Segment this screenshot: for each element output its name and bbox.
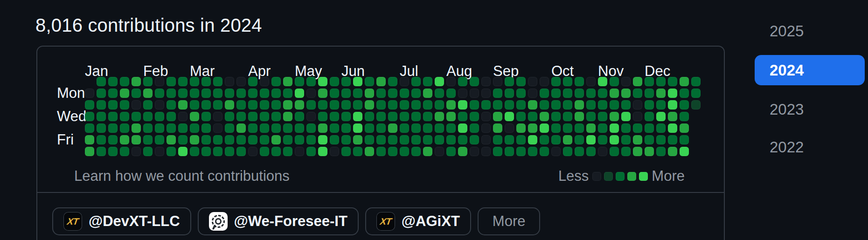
contribution-cell[interactable] <box>376 135 386 144</box>
contribution-cell[interactable] <box>493 135 502 144</box>
contribution-cell[interactable] <box>97 123 106 133</box>
contribution-cell[interactable] <box>563 100 572 110</box>
contribution-cell[interactable] <box>633 112 642 121</box>
org-filter-we-foresee-it[interactable]: @We-Foresee-IT <box>198 207 359 235</box>
contribution-cell[interactable] <box>120 100 129 110</box>
contribution-cell[interactable] <box>610 123 619 133</box>
contribution-cell[interactable] <box>155 123 164 133</box>
contribution-cell[interactable] <box>621 147 631 156</box>
contribution-cell[interactable] <box>621 123 631 133</box>
contribution-cell[interactable] <box>668 100 677 110</box>
contribution-cell[interactable] <box>493 123 502 133</box>
contribution-cell[interactable] <box>236 147 246 156</box>
contribution-cell[interactable] <box>132 135 141 144</box>
contribution-cell[interactable] <box>190 112 199 121</box>
contribution-cell[interactable] <box>411 100 421 110</box>
contribution-cell[interactable] <box>505 100 514 110</box>
contribution-cell[interactable] <box>306 147 316 156</box>
contribution-cell[interactable] <box>236 123 246 133</box>
contribution-cell[interactable] <box>330 89 339 98</box>
contribution-cell[interactable] <box>598 135 607 144</box>
contribution-cell[interactable] <box>178 100 187 110</box>
contribution-cell[interactable] <box>668 77 677 86</box>
contribution-cell[interactable] <box>353 100 362 110</box>
contribution-cell[interactable] <box>143 112 153 121</box>
contribution-cell[interactable] <box>680 123 689 133</box>
contribution-cell[interactable] <box>260 77 269 86</box>
contribution-cell[interactable] <box>353 147 362 156</box>
contribution-cell[interactable] <box>400 123 409 133</box>
contribution-cell[interactable] <box>388 77 397 86</box>
contribution-cell[interactable] <box>178 123 187 133</box>
contribution-cell[interactable] <box>435 77 444 86</box>
contribution-cell[interactable] <box>341 100 351 110</box>
contribution-cell[interactable] <box>598 77 607 86</box>
contribution-cell[interactable] <box>493 77 502 86</box>
contribution-cell[interactable] <box>330 147 339 156</box>
contribution-cell[interactable] <box>295 77 304 86</box>
contribution-cell[interactable] <box>97 77 106 86</box>
contribution-cell[interactable] <box>633 100 642 110</box>
contribution-cell[interactable] <box>598 89 607 98</box>
contribution-cell[interactable] <box>248 123 257 133</box>
year-nav-item-2024[interactable]: 2024 <box>755 55 865 85</box>
contribution-cell[interactable] <box>411 123 421 133</box>
contribution-cell[interactable] <box>353 112 362 121</box>
contribution-cell[interactable] <box>318 135 327 144</box>
contribution-cell[interactable] <box>481 147 491 156</box>
contribution-cell[interactable] <box>271 135 281 144</box>
contribution-cell[interactable] <box>505 123 514 133</box>
contribution-cell[interactable] <box>97 89 106 98</box>
contribution-cell[interactable] <box>540 100 549 110</box>
contribution-cell[interactable] <box>365 135 374 144</box>
contribution-cell[interactable] <box>656 112 666 121</box>
contribution-cell[interactable] <box>470 112 479 121</box>
contribution-cell[interactable] <box>108 135 118 144</box>
contribution-cell[interactable] <box>190 135 199 144</box>
contribution-cell[interactable] <box>225 147 234 156</box>
contribution-cell[interactable] <box>108 123 118 133</box>
contribution-cell[interactable] <box>283 112 292 121</box>
contribution-cell[interactable] <box>458 135 467 144</box>
contribution-cell[interactable] <box>586 89 596 98</box>
contribution-cell[interactable] <box>540 123 549 133</box>
contribution-cell[interactable] <box>248 89 257 98</box>
contribution-cell[interactable] <box>656 147 666 156</box>
contribution-cell[interactable] <box>178 77 187 86</box>
contribution-cell[interactable] <box>493 147 502 156</box>
contribution-cell[interactable] <box>143 123 153 133</box>
contribution-cell[interactable] <box>575 77 584 86</box>
contribution-cell[interactable] <box>201 77 211 86</box>
year-nav-item-2023[interactable]: 2023 <box>755 94 865 124</box>
contribution-cell[interactable] <box>376 100 386 110</box>
contribution-cell[interactable] <box>540 112 549 121</box>
contribution-cell[interactable] <box>330 123 339 133</box>
contribution-cell[interactable] <box>97 135 106 144</box>
contribution-cell[interactable] <box>528 77 537 86</box>
contribution-cell[interactable] <box>446 100 456 110</box>
contribution-cell[interactable] <box>167 123 176 133</box>
contribution-cell[interactable] <box>528 112 537 121</box>
contribution-cell[interactable] <box>481 100 491 110</box>
contribution-cell[interactable] <box>470 77 479 86</box>
contribution-cell[interactable] <box>505 135 514 144</box>
contribution-cell[interactable] <box>341 77 351 86</box>
contribution-cell[interactable] <box>435 123 444 133</box>
contribution-cell[interactable] <box>423 135 432 144</box>
contribution-cell[interactable] <box>668 112 677 121</box>
contribution-cell[interactable] <box>306 112 316 121</box>
contribution-cell[interactable] <box>400 89 409 98</box>
year-nav-item-2022[interactable]: 2022 <box>755 132 865 162</box>
contribution-cell[interactable] <box>318 112 327 121</box>
contribution-cell[interactable] <box>551 112 561 121</box>
contribution-cell[interactable] <box>388 100 397 110</box>
contribution-cell[interactable] <box>143 89 153 98</box>
contribution-cell[interactable] <box>563 135 572 144</box>
contribution-cell[interactable] <box>516 135 526 144</box>
contribution-cell[interactable] <box>108 89 118 98</box>
contribution-cell[interactable] <box>365 77 374 86</box>
contribution-cell[interactable] <box>563 112 572 121</box>
contribution-cell[interactable] <box>446 89 456 98</box>
contribution-cell[interactable] <box>598 147 607 156</box>
contribution-cell[interactable] <box>668 123 677 133</box>
